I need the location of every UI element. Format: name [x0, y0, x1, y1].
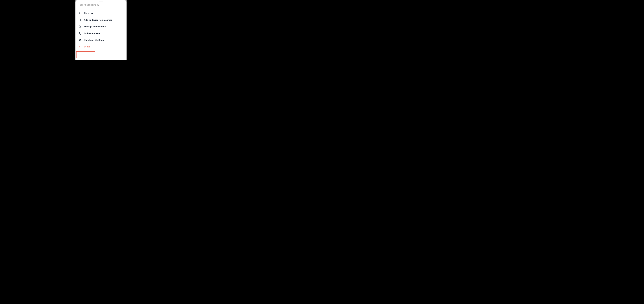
- menu-item-leave[interactable]: Leave: [76, 43, 126, 50]
- menu-item-label: Invite members: [84, 32, 100, 35]
- bell-icon: [78, 25, 82, 28]
- menu-item-label: Leave: [84, 45, 90, 48]
- modal-header: TestFitnessTrainerSi: [76, 2, 126, 9]
- menu-item-label: Hide from My Sites: [84, 39, 104, 41]
- svg-point-3: [79, 32, 80, 33]
- person-plus-icon: [78, 32, 82, 35]
- phone-frame: TestFitnessTrainerSi Pin to top: [75, 0, 127, 60]
- menu-list: Pin to top Add to device home screen: [76, 9, 126, 51]
- menu-item-label: Add to device home screen: [84, 19, 112, 21]
- action-sheet-modal: TestFitnessTrainerSi Pin to top: [76, 0, 126, 60]
- modal-title: TestFitnessTrainerSi: [78, 3, 124, 6]
- menu-item-pin-to-top[interactable]: Pin to top: [76, 10, 126, 17]
- menu-item-invite-members[interactable]: Invite members: [76, 30, 126, 37]
- exit-icon: [78, 45, 82, 48]
- menu-item-label: Pin to top: [84, 12, 94, 15]
- eye-off-icon: [78, 39, 82, 42]
- highlight-annotation: [76, 51, 95, 58]
- svg-line-0: [80, 14, 80, 14]
- menu-item-add-home-screen[interactable]: Add to device home screen: [76, 17, 126, 23]
- menu-item-label: Manage notifications: [84, 25, 106, 28]
- phone-icon: [78, 18, 82, 22]
- menu-item-hide-from-sites[interactable]: Hide from My Sites: [76, 37, 126, 43]
- menu-item-manage-notifications[interactable]: Manage notifications: [76, 23, 126, 30]
- pin-icon: [78, 12, 82, 15]
